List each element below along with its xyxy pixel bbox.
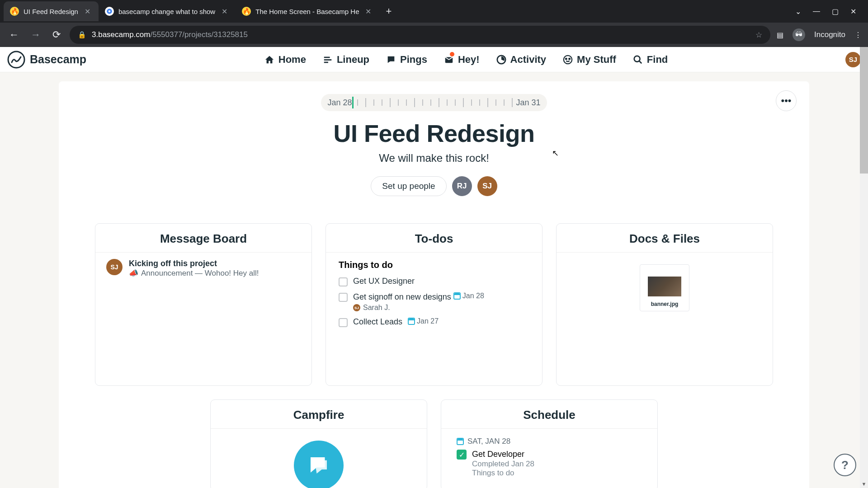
card-title: Message Board [95, 224, 311, 253]
person-avatar[interactable]: SJ [477, 176, 497, 196]
schedule-date: SAT, JAN 28 [457, 437, 642, 446]
todo-text: Get UX Designer [353, 277, 415, 286]
browser-chrome: 🔥 UI Feed Redesign ✕ basecamp change wha… [0, 0, 868, 47]
close-icon[interactable]: ✕ [363, 6, 373, 17]
tab-bar: 🔥 UI Feed Redesign ✕ basecamp change wha… [0, 0, 868, 23]
scrollbar[interactable]: ▲ ▼ [860, 47, 868, 488]
timeline-start: Jan 28 [327, 98, 352, 108]
project-page: ••• Jan 28 Jan 31 UI Feed Redesign We wi… [59, 81, 809, 488]
todo-item[interactable]: Get UX Designer [339, 274, 529, 289]
more-button[interactable]: ••• [776, 90, 797, 111]
favicon-icon [105, 7, 114, 16]
star-icon[interactable]: ☆ [755, 30, 762, 40]
tab-title: UI Feed Redesign [24, 8, 78, 15]
checkbox[interactable] [339, 277, 348, 286]
calendar-icon [457, 438, 464, 445]
address-bar: ← → ⟳ 🔒 3.basecamp.com/5550377/projects/… [0, 23, 868, 47]
timeline-marker [352, 97, 354, 108]
browser-tab[interactable]: 🔥 The Home Screen - Basecamp He ✕ [236, 1, 379, 21]
timeline-end: Jan 31 [516, 98, 541, 108]
campfire-icon [294, 441, 344, 488]
card-title: Campfire [211, 400, 427, 429]
docs-card[interactable]: Docs & Files banner.jpg [556, 223, 773, 386]
favicon-icon: 🔥 [242, 7, 251, 16]
announcement-icon: 📣 [129, 268, 138, 278]
close-window-icon[interactable]: ✕ [850, 7, 856, 16]
reload-button[interactable]: ⟳ [50, 27, 63, 42]
card-title: Docs & Files [557, 224, 773, 253]
assignee-avatar: SJ [353, 304, 360, 311]
tab-title: basecamp change what to show [118, 8, 215, 15]
scrollbar-thumb[interactable] [860, 47, 868, 174]
menu-icon[interactable]: ⋮ [854, 31, 862, 39]
todo-list-name[interactable]: Things to do [339, 260, 529, 270]
message-avatar: SJ [106, 259, 123, 275]
scroll-down-icon[interactable]: ▼ [860, 480, 868, 488]
nav-find[interactable]: Find [632, 54, 668, 66]
notification-dot [450, 52, 454, 56]
card-title: To-dos [326, 224, 542, 253]
file-thumbnail[interactable]: banner.jpg [640, 264, 689, 311]
svg-rect-5 [324, 61, 328, 63]
new-tab-button[interactable]: + [379, 5, 398, 17]
help-button[interactable]: ? [834, 454, 856, 476]
back-button[interactable]: ← [6, 27, 22, 42]
logo-text: Basecamp [30, 53, 86, 66]
panel-icon[interactable]: ▤ [777, 31, 783, 39]
window-controls: ⌄ — ▢ ✕ [795, 7, 864, 16]
lineup-icon [322, 54, 333, 65]
schedule-list: Things to do [472, 469, 642, 478]
person-avatar[interactable]: RJ [452, 176, 472, 196]
nav-pings[interactable]: Pings [386, 54, 427, 66]
user-avatar[interactable]: SJ [845, 52, 861, 67]
calendar-icon [453, 292, 461, 300]
close-icon[interactable]: ✕ [83, 6, 92, 17]
url-text: 3.basecamp.com/5550377/projects/31325815 [92, 30, 750, 39]
svg-line-12 [639, 61, 642, 63]
calendar-icon [408, 318, 415, 325]
chevron-down-icon[interactable]: ⌄ [795, 7, 801, 16]
schedule-item[interactable]: ✓ Get Developer [457, 450, 642, 460]
incognito-icon[interactable]: 🕶 [793, 28, 805, 41]
maximize-icon[interactable]: ▢ [832, 7, 839, 16]
svg-point-1 [108, 10, 111, 13]
project-subtitle[interactable]: We will make this rock! [59, 152, 809, 164]
main-nav: Home Lineup Pings Hey! Activity My Stuff… [264, 54, 668, 66]
message-title: Kicking off this project [129, 259, 259, 268]
browser-tab[interactable]: 🔥 UI Feed Redesign ✕ [4, 1, 99, 21]
nav-hey[interactable]: Hey! [443, 54, 480, 66]
people-row: Set up people RJ SJ [59, 176, 809, 196]
todo-assignee: SJ Sarah J. [353, 304, 484, 312]
lock-icon: 🔒 [78, 31, 86, 39]
checkbox[interactable] [339, 293, 348, 302]
timeline[interactable]: Jan 28 Jan 31 [59, 94, 809, 111]
url-input[interactable]: 🔒 3.basecamp.com/5550377/projects/313258… [70, 26, 770, 44]
file-preview [648, 277, 681, 296]
todos-card[interactable]: To-dos Things to do Get UX Designer Get … [326, 223, 542, 386]
svg-point-2 [8, 52, 24, 68]
todo-text: Get signoff on new designs [353, 292, 451, 301]
home-icon [264, 54, 275, 65]
browser-tab[interactable]: basecamp change what to show ✕ [99, 1, 236, 21]
checkbox[interactable] [339, 318, 348, 327]
svg-point-9 [566, 58, 567, 59]
check-icon: ✓ [457, 450, 467, 460]
campfire-card[interactable]: Campfire [210, 399, 427, 488]
message-item[interactable]: SJ Kicking off this project 📣 Announceme… [95, 253, 311, 284]
message-board-card[interactable]: Message Board SJ Kicking off this projec… [95, 223, 312, 386]
nav-lineup[interactable]: Lineup [322, 54, 369, 66]
nav-activity[interactable]: Activity [496, 54, 546, 66]
nav-mystuff[interactable]: My Stuff [562, 54, 616, 66]
minimize-icon[interactable]: — [813, 7, 820, 16]
close-icon[interactable]: ✕ [220, 6, 229, 17]
forward-button[interactable]: → [28, 27, 43, 42]
todo-item[interactable]: Collect Leads Jan 27 [339, 314, 529, 330]
basecamp-logo[interactable]: Basecamp [7, 51, 86, 69]
nav-home[interactable]: Home [264, 54, 306, 66]
tab-title: The Home Screen - Basecamp He [255, 8, 359, 15]
todo-item[interactable]: Get signoff on new designs Jan 28 SJ Sar… [339, 289, 529, 314]
setup-people-button[interactable]: Set up people [371, 176, 446, 196]
message-subtitle: 📣 Announcement — Wohoo! Hey all! [129, 268, 259, 278]
schedule-card[interactable]: Schedule SAT, JAN 28 ✓ Get Developer Com… [441, 399, 658, 488]
project-title[interactable]: UI Feed Redesign [59, 119, 809, 147]
